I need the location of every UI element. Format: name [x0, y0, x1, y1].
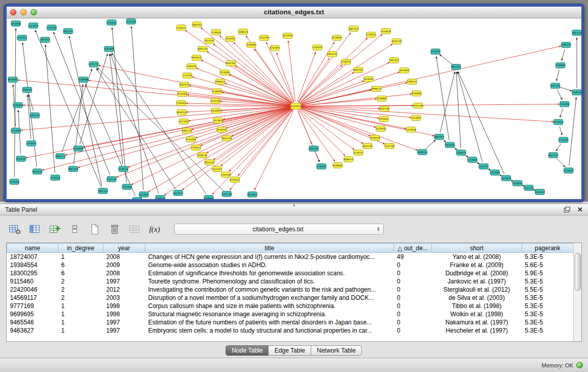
graph-node[interactable]: 7978464	[9, 179, 19, 184]
graph-node[interactable]: 9312807	[379, 116, 388, 121]
table-scrollbar-thumb[interactable]	[575, 253, 581, 291]
graph-node[interactable]: 2078463	[220, 70, 229, 75]
graph-node[interactable]: 9167352	[226, 61, 235, 66]
graph-node[interactable]: 2312808	[122, 184, 132, 189]
column-header[interactable]: title	[145, 244, 394, 253]
graph-node[interactable]: 5534030	[126, 19, 136, 24]
graph-node[interactable]: 5756241	[366, 32, 376, 37]
table-row[interactable]: 1456911722003Disruption of a novel membe…	[7, 294, 574, 302]
graph-node[interactable]: 9724007	[291, 103, 301, 110]
table-row[interactable]: 2242004622012Investigating the contribut…	[7, 286, 574, 294]
graph-node[interactable]: 9190686	[73, 146, 83, 151]
graph-node[interactable]: 9867353	[451, 64, 461, 69]
graph-node[interactable]: 8089575	[55, 154, 65, 159]
graph-node[interactable]: 8504214	[177, 110, 186, 115]
graph-node[interactable]: 5867353	[40, 37, 50, 42]
graph-node[interactable]: 6089574	[371, 86, 381, 91]
table-row[interactable]: 946554611997Estimation of the future num…	[7, 318, 574, 326]
graph-node[interactable]: 2128018	[211, 30, 221, 35]
graph-node[interactable]: 8190686	[13, 102, 23, 107]
graph-node[interactable]: 5756242	[50, 175, 60, 180]
table-source-dropdown[interactable]: citations_edges.txt ▴▾	[174, 224, 384, 235]
column-header[interactable]: short	[432, 244, 522, 253]
graph-node[interactable]: 6534030	[512, 181, 522, 186]
network-canvas[interactable]: 9724007212801818475018891234940561314852…	[7, 18, 581, 199]
graph-node[interactable]: 2534029	[370, 135, 380, 140]
graph-node[interactable]: 1423918	[376, 126, 385, 131]
graph-node[interactable]: 8256041	[230, 177, 239, 182]
graph-node[interactable]: 7751342	[182, 73, 192, 78]
graph-node[interactable]: 8645131	[548, 152, 558, 158]
graph-node[interactable]: 3756241	[341, 59, 351, 64]
graph-node[interactable]: 1312807	[411, 115, 421, 120]
graph-node[interactable]: 3645131	[63, 29, 73, 34]
close-panel-icon[interactable]: ✕	[577, 206, 583, 213]
graph-node[interactable]: 1847501	[204, 38, 214, 43]
graph-node[interactable]: 7534030	[558, 137, 568, 142]
graph-node[interactable]: 1625347	[212, 166, 222, 171]
table-scrollbar[interactable]	[573, 243, 581, 341]
graph-node[interactable]: 6978463	[399, 68, 409, 73]
graph-node[interactable]: 2423919	[26, 141, 36, 146]
table-row[interactable]: 946362711997Embryonic stem cells: a mode…	[7, 326, 574, 335]
graph-node[interactable]: 6756242	[118, 166, 128, 171]
column-header[interactable]: △ out_de...	[394, 244, 432, 253]
graph-node[interactable]: 4190687	[204, 195, 213, 199]
graph-node[interactable]: 9423918	[282, 33, 292, 38]
graph-node[interactable]: 5201798	[222, 191, 231, 196]
graph-node[interactable]: 7978463	[332, 35, 341, 40]
graph-node[interactable]: 4756242	[17, 35, 27, 40]
graph-node[interactable]: 8891234	[198, 47, 207, 52]
graph-node[interactable]: 4423919	[106, 20, 116, 25]
function-builder-button[interactable]: f(x)	[147, 222, 162, 236]
table-row[interactable]: 1830029562008Estimation of significance …	[7, 269, 574, 277]
graph-node[interactable]: 3089574	[215, 79, 225, 84]
graph-node[interactable]: 2089575	[561, 42, 571, 48]
graph-node[interactable]: 9134082	[177, 91, 187, 96]
graph-node[interactable]: 8534029	[216, 127, 226, 132]
graph-node[interactable]: 3978463	[225, 36, 235, 41]
graph-node[interactable]: 9381240	[182, 128, 191, 133]
graph-node[interactable]: 9312808	[11, 21, 20, 26]
tab-network-table[interactable]: Network Table	[311, 345, 362, 356]
graph-node[interactable]: 7867353	[98, 188, 107, 193]
graph-node[interactable]: 8756242	[535, 189, 545, 194]
graph-node[interactable]: 2201797	[89, 62, 98, 67]
graph-node[interactable]: 5645131	[173, 190, 183, 195]
graph-node[interactable]: 6867352	[349, 26, 358, 31]
graph-node[interactable]: 1423919	[28, 23, 38, 28]
graph-node[interactable]: 9201796	[413, 103, 423, 108]
graph-node[interactable]: 5423919	[501, 176, 511, 181]
graph-node[interactable]: 3423919	[139, 192, 148, 197]
new-file-button[interactable]	[87, 222, 102, 236]
graph-node[interactable]: 3201797	[478, 164, 488, 169]
graph-node[interactable]: 8312807	[270, 46, 279, 51]
show-columns-button[interactable]	[27, 222, 42, 236]
graph-node[interactable]: 1978464	[430, 49, 440, 54]
table-row[interactable]: 911546021997Tourette syndrome. Phenomeno…	[7, 277, 574, 286]
graph-node[interactable]: 2645130	[327, 52, 337, 57]
graph-node[interactable]: 4534030	[155, 195, 165, 199]
network-window-titlebar[interactable]: citations_edges.txt	[7, 7, 581, 18]
graph-node[interactable]: 2867352	[192, 22, 202, 27]
graph-node[interactable]: 1485220	[186, 63, 196, 69]
table-row[interactable]: 1872400712008Changes of HCN gene express…	[7, 253, 574, 261]
graph-node[interactable]: 4312808	[490, 170, 499, 175]
graph-node[interactable]: 2978464	[572, 90, 581, 95]
graph-node[interactable]: 6645131	[309, 146, 318, 151]
graph-node[interactable]: 6423919	[553, 119, 563, 124]
graph-node[interactable]: 3534030	[16, 156, 26, 161]
graph-node[interactable]: 9405613	[191, 55, 201, 60]
tab-node-table[interactable]: Node Table	[226, 345, 269, 356]
graph-node[interactable]: 3190686	[555, 63, 565, 68]
graph-node[interactable]: 9190685	[333, 163, 342, 168]
graph-node[interactable]: 8190685	[411, 91, 421, 96]
graph-node[interactable]: 1534029	[312, 45, 322, 50]
graph-node[interactable]: 6312807	[211, 108, 221, 113]
graph-node[interactable]: 1201796	[384, 143, 394, 148]
graph-node[interactable]: 2071635	[179, 119, 188, 124]
column-header[interactable]: name	[7, 244, 58, 253]
graph-node[interactable]: 1089575	[456, 150, 466, 155]
graph-node[interactable]: 1190686	[78, 77, 88, 82]
create-column-button[interactable]	[47, 222, 62, 236]
